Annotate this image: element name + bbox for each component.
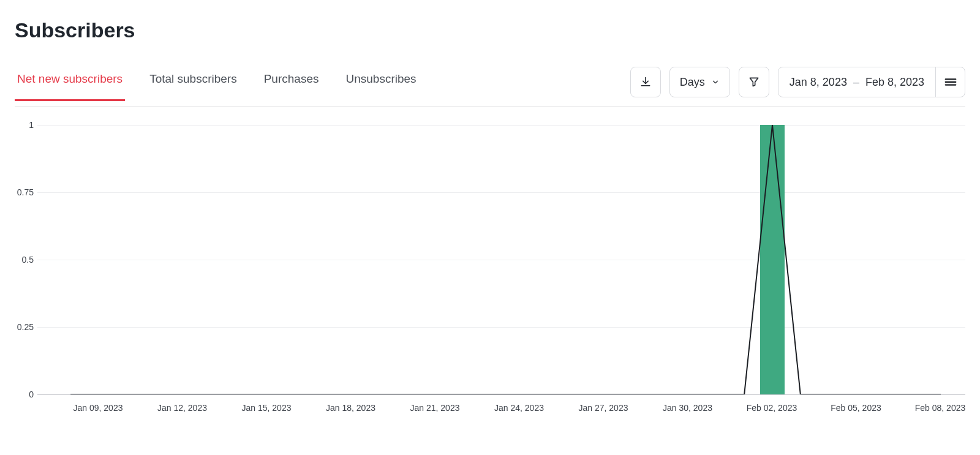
granularity-select[interactable]: Days xyxy=(669,67,730,97)
chart-y-tick-label: 0.25 xyxy=(9,322,34,332)
tab-purchases[interactable]: Purchases xyxy=(262,72,322,101)
chart-plot-area: 00.250.50.751 xyxy=(37,120,965,394)
tabs-row: Net new subscribers Total subscribers Pu… xyxy=(15,67,965,107)
date-separator: – xyxy=(853,76,859,89)
chart-container: 00.250.50.751 Jan 09, 2023Jan 12, 2023Ja… xyxy=(15,120,965,425)
granularity-label: Days xyxy=(680,76,705,89)
tab-unsubscribes[interactable]: Unsubscribes xyxy=(343,72,418,101)
date-range-button[interactable]: Jan 8, 2023 – Feb 8, 2023 xyxy=(778,67,935,97)
download-icon xyxy=(639,76,652,88)
chart-x-axis: Jan 09, 2023Jan 12, 2023Jan 15, 2023Jan … xyxy=(37,400,965,425)
date-end: Feb 8, 2023 xyxy=(865,76,924,89)
chart-y-tick-label: 0 xyxy=(9,389,34,399)
tab-total-subscribers[interactable]: Total subscribers xyxy=(147,72,239,101)
date-range-menu-button[interactable] xyxy=(935,67,965,97)
chart-line-layer xyxy=(37,125,965,394)
chart-y-tick-label: 1 xyxy=(9,120,34,130)
controls: Days Jan 8, 2023 – Feb 8, xyxy=(630,67,965,106)
chart-x-tick-label: Jan 24, 2023 xyxy=(494,403,544,413)
chart-x-tick-label: Jan 09, 2023 xyxy=(74,403,123,413)
filter-button[interactable] xyxy=(739,67,769,97)
chart-x-tick-label: Jan 21, 2023 xyxy=(410,403,460,413)
chart-gridline: 0 xyxy=(37,394,965,395)
tabs: Net new subscribers Total subscribers Pu… xyxy=(15,72,419,100)
chart-y-tick-label: 0.75 xyxy=(9,187,34,197)
menu-icon xyxy=(944,75,957,89)
filter-icon xyxy=(748,76,760,88)
chart-x-tick-label: Jan 27, 2023 xyxy=(579,403,628,413)
download-button[interactable] xyxy=(630,67,661,97)
chart-x-tick-label: Jan 30, 2023 xyxy=(663,403,712,413)
chart-line xyxy=(70,125,941,394)
chart-x-tick-label: Feb 05, 2023 xyxy=(831,403,881,413)
chart-x-tick-label: Feb 02, 2023 xyxy=(747,403,797,413)
chart-x-tick-label: Feb 08, 2023 xyxy=(915,403,966,413)
page-title: Subscribers xyxy=(15,18,965,42)
date-range-picker: Jan 8, 2023 – Feb 8, 2023 xyxy=(778,67,965,97)
tab-net-new-subscribers[interactable]: Net new subscribers xyxy=(15,72,125,101)
chevron-down-icon xyxy=(711,78,720,86)
chart-x-tick-label: Jan 12, 2023 xyxy=(157,403,207,413)
date-start: Jan 8, 2023 xyxy=(790,76,847,89)
chart-x-tick-label: Jan 15, 2023 xyxy=(242,403,292,413)
chart-x-tick-label: Jan 18, 2023 xyxy=(326,403,375,413)
chart-y-tick-label: 0.5 xyxy=(9,255,34,265)
